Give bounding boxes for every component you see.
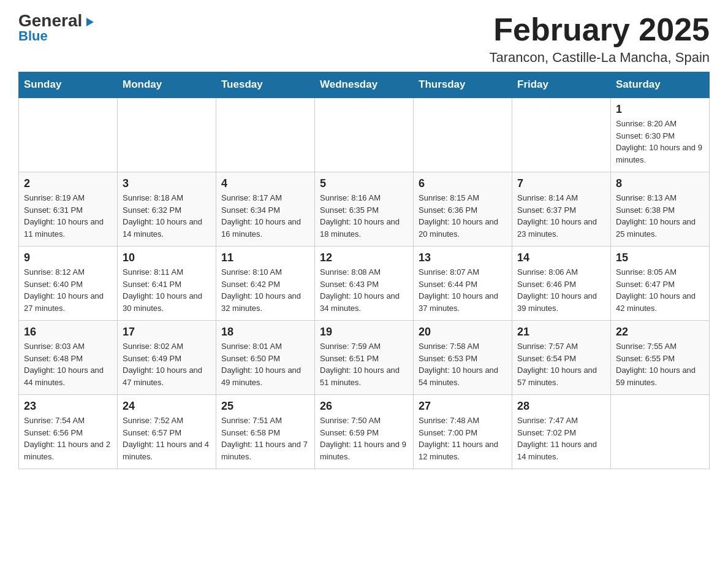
day-number: 27	[419, 400, 507, 413]
day-info: Sunrise: 7:59 AMSunset: 6:51 PMDaylight:…	[320, 340, 408, 388]
day-info: Sunrise: 7:58 AMSunset: 6:53 PMDaylight:…	[419, 340, 507, 388]
calendar-cell: 2Sunrise: 8:19 AMSunset: 6:31 PMDaylight…	[19, 172, 118, 247]
title-area: February 2025 Tarancon, Castille-La Manc…	[489, 12, 710, 66]
calendar-cell: 3Sunrise: 8:18 AMSunset: 6:32 PMDaylight…	[118, 172, 216, 247]
calendar-cell: 13Sunrise: 8:07 AMSunset: 6:44 PMDayligh…	[414, 247, 512, 321]
calendar-cell: 21Sunrise: 7:57 AMSunset: 6:54 PMDayligh…	[512, 321, 611, 395]
calendar-cell: 9Sunrise: 8:12 AMSunset: 6:40 PMDaylight…	[19, 247, 118, 321]
calendar-cell	[315, 98, 414, 172]
day-info: Sunrise: 8:15 AMSunset: 6:36 PMDaylight:…	[419, 192, 507, 240]
logo: General Blue	[18, 12, 95, 44]
calendar-week-row: 1Sunrise: 8:20 AMSunset: 6:30 PMDaylight…	[19, 98, 710, 172]
day-number: 14	[517, 251, 605, 264]
calendar-cell	[118, 98, 216, 172]
day-info: Sunrise: 8:01 AMSunset: 6:50 PMDaylight:…	[221, 340, 309, 388]
day-info: Sunrise: 8:03 AMSunset: 6:48 PMDaylight:…	[24, 340, 112, 388]
calendar-cell: 11Sunrise: 8:10 AMSunset: 6:42 PMDayligh…	[216, 247, 315, 321]
day-number: 4	[221, 177, 309, 190]
calendar-cell: 15Sunrise: 8:05 AMSunset: 6:47 PMDayligh…	[611, 247, 710, 321]
day-number: 19	[320, 326, 408, 339]
day-number: 9	[24, 251, 112, 264]
calendar-header-monday: Monday	[118, 72, 216, 98]
day-number: 20	[419, 326, 507, 339]
day-number: 15	[616, 251, 704, 264]
calendar-cell: 7Sunrise: 8:14 AMSunset: 6:37 PMDaylight…	[512, 172, 611, 247]
calendar-week-row: 9Sunrise: 8:12 AMSunset: 6:40 PMDaylight…	[19, 247, 710, 321]
day-number: 24	[123, 400, 211, 413]
day-number: 28	[517, 400, 605, 413]
day-info: Sunrise: 7:50 AMSunset: 6:59 PMDaylight:…	[320, 415, 408, 462]
calendar-cell: 4Sunrise: 8:17 AMSunset: 6:34 PMDaylight…	[216, 172, 315, 247]
calendar-week-row: 23Sunrise: 7:54 AMSunset: 6:56 PMDayligh…	[19, 395, 710, 469]
day-info: Sunrise: 7:57 AMSunset: 6:54 PMDaylight:…	[517, 340, 605, 388]
day-number: 17	[123, 326, 211, 339]
day-number: 7	[517, 177, 605, 190]
day-number: 8	[616, 177, 704, 190]
calendar-cell	[414, 98, 512, 172]
day-info: Sunrise: 8:16 AMSunset: 6:35 PMDaylight:…	[320, 192, 408, 240]
calendar-cell: 26Sunrise: 7:50 AMSunset: 6:59 PMDayligh…	[315, 395, 414, 469]
day-info: Sunrise: 8:17 AMSunset: 6:34 PMDaylight:…	[221, 192, 309, 240]
day-info: Sunrise: 8:07 AMSunset: 6:44 PMDaylight:…	[419, 266, 507, 314]
calendar-cell: 20Sunrise: 7:58 AMSunset: 6:53 PMDayligh…	[414, 321, 512, 395]
location-subtitle: Tarancon, Castille-La Mancha, Spain	[489, 50, 710, 66]
calendar-header-tuesday: Tuesday	[216, 72, 315, 98]
day-info: Sunrise: 8:11 AMSunset: 6:41 PMDaylight:…	[123, 266, 211, 314]
day-info: Sunrise: 8:20 AMSunset: 6:30 PMDaylight:…	[616, 118, 704, 166]
calendar-cell: 25Sunrise: 7:51 AMSunset: 6:58 PMDayligh…	[216, 395, 315, 469]
day-number: 10	[123, 251, 211, 264]
calendar-cell: 10Sunrise: 8:11 AMSunset: 6:41 PMDayligh…	[118, 247, 216, 321]
day-info: Sunrise: 8:08 AMSunset: 6:43 PMDaylight:…	[320, 266, 408, 314]
calendar-cell	[216, 98, 315, 172]
calendar-cell: 17Sunrise: 8:02 AMSunset: 6:49 PMDayligh…	[118, 321, 216, 395]
calendar-cell: 24Sunrise: 7:52 AMSunset: 6:57 PMDayligh…	[118, 395, 216, 469]
day-info: Sunrise: 7:47 AMSunset: 7:02 PMDaylight:…	[517, 415, 605, 462]
day-number: 3	[123, 177, 211, 190]
day-info: Sunrise: 7:52 AMSunset: 6:57 PMDaylight:…	[123, 415, 211, 462]
calendar-header-friday: Friday	[512, 72, 611, 98]
calendar-cell: 22Sunrise: 7:55 AMSunset: 6:55 PMDayligh…	[611, 321, 710, 395]
calendar-cell: 12Sunrise: 8:08 AMSunset: 6:43 PMDayligh…	[315, 247, 414, 321]
day-info: Sunrise: 8:14 AMSunset: 6:37 PMDaylight:…	[517, 192, 605, 240]
day-info: Sunrise: 8:13 AMSunset: 6:38 PMDaylight:…	[616, 192, 704, 240]
day-info: Sunrise: 7:55 AMSunset: 6:55 PMDaylight:…	[616, 340, 704, 388]
logo-blue-text: Blue	[18, 28, 48, 44]
day-info: Sunrise: 8:06 AMSunset: 6:46 PMDaylight:…	[517, 266, 605, 314]
calendar-header-thursday: Thursday	[414, 72, 512, 98]
month-title: February 2025	[489, 12, 710, 47]
day-info: Sunrise: 7:54 AMSunset: 6:56 PMDaylight:…	[24, 415, 112, 462]
calendar-cell: 5Sunrise: 8:16 AMSunset: 6:35 PMDaylight…	[315, 172, 414, 247]
svg-marker-0	[86, 18, 94, 26]
day-info: Sunrise: 8:10 AMSunset: 6:42 PMDaylight:…	[221, 266, 309, 314]
calendar-week-row: 2Sunrise: 8:19 AMSunset: 6:31 PMDaylight…	[19, 172, 710, 247]
day-info: Sunrise: 7:48 AMSunset: 7:00 PMDaylight:…	[419, 415, 507, 462]
calendar-cell	[611, 395, 710, 469]
calendar-cell: 27Sunrise: 7:48 AMSunset: 7:00 PMDayligh…	[414, 395, 512, 469]
day-number: 12	[320, 251, 408, 264]
page-header: General Blue February 2025 Tarancon, Cas…	[18, 12, 710, 66]
day-number: 16	[24, 326, 112, 339]
day-number: 5	[320, 177, 408, 190]
logo-triangle-icon	[84, 13, 95, 31]
day-number: 26	[320, 400, 408, 413]
calendar-cell	[19, 98, 118, 172]
day-number: 11	[221, 251, 309, 264]
day-info: Sunrise: 7:51 AMSunset: 6:58 PMDaylight:…	[221, 415, 309, 462]
day-number: 18	[221, 326, 309, 339]
day-number: 23	[24, 400, 112, 413]
day-number: 2	[24, 177, 112, 190]
calendar-table: SundayMondayTuesdayWednesdayThursdayFrid…	[18, 72, 710, 469]
day-number: 6	[419, 177, 507, 190]
calendar-header-wednesday: Wednesday	[315, 72, 414, 98]
calendar-cell	[512, 98, 611, 172]
calendar-cell: 28Sunrise: 7:47 AMSunset: 7:02 PMDayligh…	[512, 395, 611, 469]
day-number: 21	[517, 326, 605, 339]
day-info: Sunrise: 8:19 AMSunset: 6:31 PMDaylight:…	[24, 192, 112, 240]
calendar-cell: 18Sunrise: 8:01 AMSunset: 6:50 PMDayligh…	[216, 321, 315, 395]
day-number: 22	[616, 326, 704, 339]
calendar-header-sunday: Sunday	[19, 72, 118, 98]
calendar-header-saturday: Saturday	[611, 72, 710, 98]
day-info: Sunrise: 8:12 AMSunset: 6:40 PMDaylight:…	[24, 266, 112, 314]
calendar-cell: 16Sunrise: 8:03 AMSunset: 6:48 PMDayligh…	[19, 321, 118, 395]
calendar-header-row: SundayMondayTuesdayWednesdayThursdayFrid…	[19, 72, 710, 98]
